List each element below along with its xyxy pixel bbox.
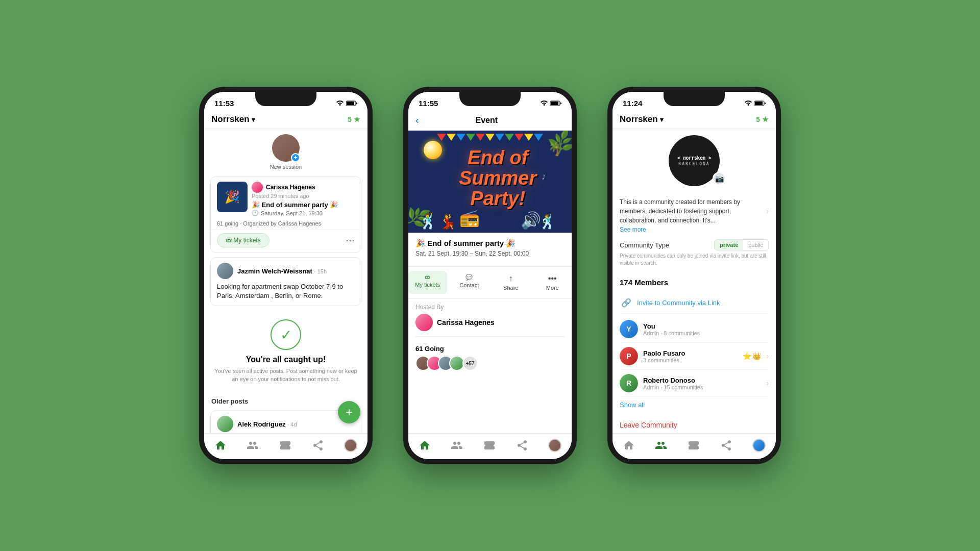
post-options-button[interactable]: ⋯ bbox=[346, 235, 355, 246]
tickets-icon bbox=[279, 439, 291, 452]
type-private-option[interactable]: private bbox=[715, 240, 743, 250]
status-time-1: 11:53 bbox=[214, 99, 234, 108]
status-bar-3: 11:24 bbox=[612, 92, 776, 111]
post-date-text: Saturday, Sept 21, 19:30 bbox=[261, 210, 323, 216]
nav-tickets-1[interactable] bbox=[275, 438, 296, 453]
event-post-header: Carissa Hagenes Posted 29 minutes ago 🎉 … bbox=[211, 177, 361, 219]
add-session-icon[interactable]: + bbox=[291, 153, 300, 162]
going-section: 61 Going +57 bbox=[408, 345, 572, 371]
bottom-nav-3 bbox=[612, 433, 776, 459]
home-icon-2 bbox=[419, 439, 431, 452]
dancer-1: 🕺 bbox=[419, 212, 437, 230]
going-count: 61 Going bbox=[415, 345, 565, 353]
going-text: 61 going · Organized by Carissa Hagenes bbox=[211, 219, 361, 230]
home-icon bbox=[214, 439, 227, 452]
nav-header-3: Norrsken ▾ 5 ★ bbox=[612, 111, 776, 129]
nav-profile-1[interactable] bbox=[340, 438, 361, 453]
community-title-1[interactable]: Norrsken ▾ bbox=[211, 114, 255, 124]
speaker: 🔊 bbox=[521, 211, 541, 230]
member-badges-paolo: ⭐ 👑 bbox=[743, 352, 761, 360]
status-icons-2 bbox=[541, 101, 561, 106]
host-avatar bbox=[415, 314, 433, 331]
my-tickets-action[interactable]: 🎟 My tickets bbox=[408, 271, 447, 294]
tickets-label: 🎟 My tickets bbox=[226, 237, 261, 244]
nav-community-3[interactable] bbox=[651, 438, 671, 453]
show-all-button[interactable]: Show all bbox=[620, 397, 769, 413]
community-logo-text: < norrsken > BARCELONA bbox=[677, 155, 711, 166]
star-count-3: 5 ★ bbox=[756, 115, 769, 123]
community-title-3[interactable]: Norrsken ▾ bbox=[620, 114, 664, 124]
community-icon-2 bbox=[451, 439, 463, 452]
divider bbox=[415, 336, 565, 337]
text-post-author-name: Jazmin Welch-Weissnat bbox=[237, 267, 312, 275]
profile-avatar-1 bbox=[344, 439, 357, 452]
post-author-row: Carissa Hagenes bbox=[252, 182, 355, 193]
back-button-2[interactable]: ‹ bbox=[415, 114, 419, 126]
invite-link-text: Invite to Community via Link bbox=[637, 299, 720, 307]
nav-share-3[interactable] bbox=[716, 438, 737, 453]
star-badge-1: 5 ★ bbox=[348, 115, 360, 123]
scroll-content-2: 🌿 🌴 🌿 End ofSummerParty! 🕺 💃 🕺 🔊 📻 bbox=[408, 131, 572, 433]
nav-home-2[interactable] bbox=[414, 438, 435, 453]
svg-rect-3 bbox=[551, 102, 558, 105]
page-title-2: Event bbox=[476, 116, 498, 125]
older-post-meta: Alek Rodriguez · 4d bbox=[237, 420, 355, 428]
caught-up-title: You're all caught up! bbox=[212, 355, 359, 364]
event-post-card[interactable]: Carissa Hagenes Posted 29 minutes ago 🎉 … bbox=[210, 176, 361, 253]
text-post-card[interactable]: Jazmin Welch-Weissnat · 15h Looking for … bbox=[210, 257, 361, 306]
community-icon-3 bbox=[655, 439, 667, 452]
event-actions: 🎟 My tickets 💬 Contact ↑ Share ••• More bbox=[408, 266, 572, 298]
nav-tickets-3[interactable] bbox=[683, 438, 704, 453]
text-post-avatar bbox=[217, 263, 233, 279]
going-more-count[interactable]: +57 bbox=[462, 356, 478, 371]
event-name: 🎉 End of summer party 🎉 bbox=[415, 239, 565, 248]
leave-community-button[interactable]: Leave Community bbox=[620, 417, 769, 433]
event-illustration: 🌿 🌴 🌿 End ofSummerParty! 🕺 💃 🕺 🔊 📻 bbox=[408, 131, 572, 233]
wifi-icon-3 bbox=[745, 101, 752, 106]
nav-community-1[interactable] bbox=[242, 438, 263, 453]
caught-up-subtitle: You've seen all active posts. Post somet… bbox=[212, 367, 359, 383]
chevron-paolo: › bbox=[766, 352, 769, 360]
invite-link-row[interactable]: 🔗 Invite to Community via Link bbox=[620, 292, 769, 314]
nav-home-3[interactable] bbox=[619, 438, 639, 453]
nav-share-1[interactable] bbox=[308, 438, 328, 453]
dropdown-icon-3[interactable]: ▾ bbox=[660, 116, 664, 123]
star-badge-paolo: ⭐ bbox=[743, 352, 751, 360]
nav-home-1[interactable] bbox=[210, 438, 231, 453]
member-row-roberto[interactable]: R Roberto Donoso Admin · 15 communities … bbox=[620, 370, 769, 397]
contact-action[interactable]: 💬 Contact bbox=[450, 271, 489, 294]
post-footer: 🎟 My tickets ⋯ bbox=[211, 230, 361, 253]
type-public-option[interactable]: public bbox=[743, 240, 768, 250]
tickets-icon-3 bbox=[688, 439, 700, 452]
new-session-avatar-wrap[interactable]: + bbox=[272, 134, 300, 162]
see-more-link[interactable]: See more bbox=[620, 226, 769, 233]
create-post-fab[interactable]: + bbox=[338, 401, 360, 423]
member-info-you: You Admin · 8 communities bbox=[643, 322, 769, 336]
post-time: Posted 29 minutes ago bbox=[252, 193, 355, 199]
member-row-you[interactable]: Y You Admin · 8 communities bbox=[620, 316, 769, 343]
community-logo: < norrsken > BARCELONA bbox=[669, 135, 720, 186]
share-action[interactable]: ↑ Share bbox=[492, 271, 530, 294]
community-icon bbox=[247, 439, 259, 452]
svg-rect-5 bbox=[755, 102, 763, 105]
member-row-paolo[interactable]: P Paolo Fusaro 3 communities ⭐ 👑 › bbox=[620, 343, 769, 370]
text-post-time: 15h bbox=[317, 268, 327, 274]
disco-ball bbox=[424, 141, 442, 159]
phone-1: 11:53 Norrsken ▾ 5 ★ bbox=[199, 87, 373, 464]
going-avatars: +57 bbox=[415, 356, 565, 371]
share-label: Share bbox=[503, 285, 518, 291]
battery-icon-2 bbox=[550, 101, 561, 106]
my-tickets-button[interactable]: 🎟 My tickets bbox=[217, 233, 270, 247]
more-action[interactable]: ••• More bbox=[533, 271, 572, 294]
camera-button[interactable]: 📷 bbox=[713, 172, 726, 185]
dropdown-icon-1[interactable]: ▾ bbox=[252, 116, 255, 123]
older-post-author-name: Alek Rodriguez bbox=[237, 420, 286, 428]
status-bar-2: 11:55 bbox=[408, 92, 572, 111]
nav-profile-3[interactable] bbox=[748, 438, 770, 453]
nav-profile-2[interactable] bbox=[544, 438, 566, 453]
profile-avatar-2 bbox=[548, 439, 561, 452]
nav-community-2[interactable] bbox=[447, 438, 467, 453]
battery-icon bbox=[346, 101, 357, 106]
nav-tickets-2[interactable] bbox=[479, 438, 500, 453]
nav-share-2[interactable] bbox=[512, 438, 532, 453]
